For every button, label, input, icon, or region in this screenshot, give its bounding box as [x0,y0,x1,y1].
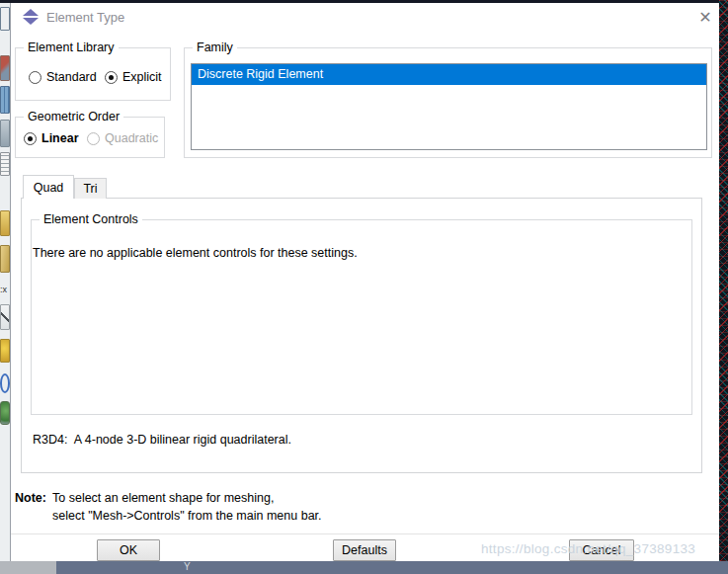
radio-quadratic-circle[interactable] [87,132,100,145]
abaqus-dialog-icon [23,9,39,26]
button-separator [11,533,719,534]
dialog-titlebar[interactable]: Element Type ✕ [11,3,719,33]
radio-linear-circle[interactable] [24,132,37,145]
radio-explicit[interactable]: Explicit [105,70,162,84]
element-library-group: Element Library Standard Explicit [15,47,171,101]
viewport-triad-y-axis: Y [184,560,191,573]
part-instance-icon[interactable] [0,210,10,236]
highlight-lamp-icon[interactable] [0,339,10,363]
geometric-order-group: Geometric Order Linear Quadratic [15,117,165,158]
note-text-line1: To select an element shape for meshing, [52,491,274,505]
radio-standard-label: Standard [46,70,97,84]
delete-mesh-icon[interactable]: :x [0,284,10,297]
defaults-button[interactable]: Defaults [333,539,396,561]
radio-standard[interactable]: Standard [29,70,97,84]
element-controls-message: There are no applicable element controls… [33,246,358,260]
note-text-line2: select "Mesh->Controls" from the main me… [52,509,322,523]
element-controls-label: Element Controls [40,212,142,226]
dialog-title: Element Type [46,10,124,25]
seed-edge-icon[interactable] [0,55,10,81]
sweep-mesh-icon[interactable] [0,120,10,147]
family-label: Family [193,41,237,54]
element-library-label: Element Library [24,41,119,54]
close-icon[interactable]: ✕ [692,7,718,29]
tab-tri[interactable]: Tri [74,178,107,199]
note-label: Note: [15,491,46,505]
radio-quadratic[interactable]: Quadratic [87,131,158,145]
tab-quad[interactable]: Quad [23,175,74,199]
datum-axes-icon[interactable] [0,304,10,330]
viewport-corner-strip [0,561,56,574]
element-type-dialog: Element Type ✕ Element Library Standard … [10,3,719,561]
geometric-order-label: Geometric Order [24,110,123,123]
mesh-controls-icon[interactable] [0,152,10,176]
family-listbox[interactable]: Discrete Rigid Element [191,63,707,150]
partition-cell-icon[interactable] [0,245,10,273]
radio-quadratic-label: Quadratic [105,131,158,145]
family-item-selected[interactable]: Discrete Rigid Element [192,64,706,85]
radio-standard-circle[interactable] [29,71,41,84]
circle-query-icon[interactable] [0,373,10,393]
radio-explicit-circle[interactable] [105,71,118,84]
element-description: R3D4: A 4-node 3-D bilinear rigid quadri… [33,433,291,447]
radio-linear[interactable]: Linear [24,131,79,145]
csdn-watermark: https://blog.csdn.net/qq_37389133 [481,541,695,556]
viewport-mesh-background [719,0,728,561]
radio-explicit-label: Explicit [122,70,162,84]
viewport-background-strip [0,561,728,574]
radio-linear-label: Linear [41,131,79,145]
structured-mesh-icon[interactable] [0,86,10,114]
application-window: :x Y Element Type ✕ Element Library Stan… [0,0,728,574]
ok-button[interactable]: OK [97,539,160,561]
mesh-verify-gear-icon[interactable] [0,401,10,425]
mesh-grid-icon[interactable] [0,7,10,31]
